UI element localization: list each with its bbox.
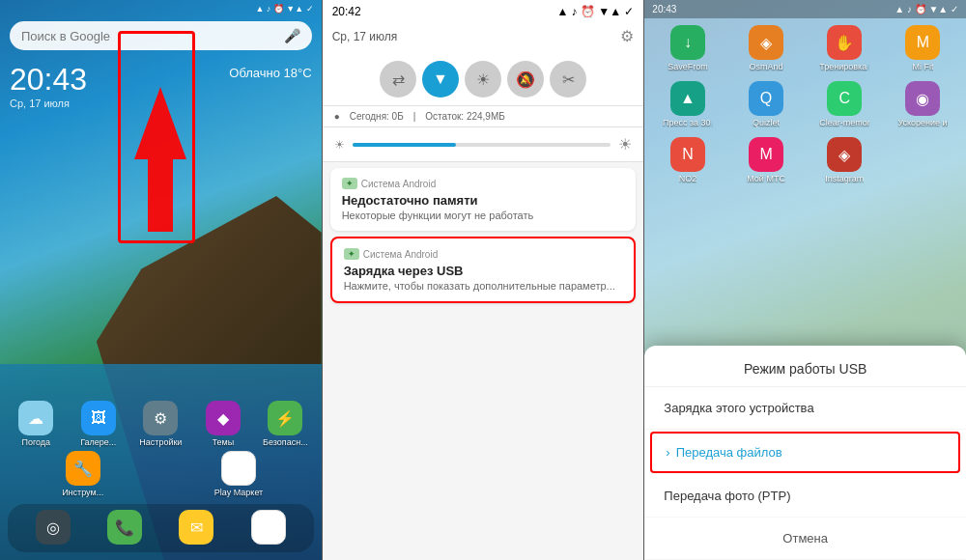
app-item[interactable]: ◉ Ускорение игр — [884, 78, 962, 130]
app-label: Безопасн... — [263, 437, 308, 447]
swipe-arrow — [127, 82, 194, 237]
app-label: Темы — [213, 437, 235, 447]
app-label: Mi Fit — [912, 62, 933, 71]
app-item[interactable]: ▶ Play Маркет — [212, 451, 265, 497]
data-remaining: Остаток: 224,9МБ — [425, 111, 504, 122]
weather-widget: Облачно 18°C — [229, 66, 311, 80]
status-bar: ▲ ♪ ⏰ ▼▲ ✓ — [0, 0, 322, 17]
app-item[interactable]: ↓ SaveFrom — [648, 22, 726, 74]
train-icon: ✋ — [827, 25, 862, 60]
android-badge2: ✦ — [344, 248, 359, 260]
qs-flash-btn[interactable]: ☀ — [465, 61, 501, 98]
notification-shade: 20:42 ▲ ♪ ⏰ ▼▲ ✓ Ср, 17 июля ⚙ ⇄ ▼ ☀ 🔕 ✂… — [323, 0, 645, 560]
playstore-icon: ▶ — [221, 451, 256, 486]
osmand-icon: ◈ — [749, 25, 783, 60]
brightness-slider[interactable] — [353, 143, 611, 147]
app-grid3: ↓ SaveFrom ◈ OsmAnd ✋ Тренировка Руки M … — [644, 18, 966, 190]
app-label: Quizlet — [753, 118, 780, 127]
app-label: SaveFrom — [668, 62, 708, 71]
dock-messages[interactable]: ✉ — [170, 510, 223, 546]
app-item[interactable]: C Clear-memory — [806, 78, 884, 130]
status-icons3: ▲ ♪ ⏰ ▼▲ ✓ — [895, 4, 958, 14]
notif-app-label: ✦ Система Android — [342, 178, 625, 189]
settings-gear[interactable]: ⚙ — [620, 27, 634, 45]
notif-date: Ср, 17 июля — [332, 30, 398, 43]
dialog-item-filetransfer[interactable]: › Передача файлов — [650, 432, 960, 473]
notif-title: Недостаточно памяти — [342, 193, 625, 208]
app-item[interactable]: M Mi Fit — [884, 22, 962, 74]
search-bar[interactable]: 🎤 — [10, 21, 312, 50]
qs-data-btn[interactable]: ▼ — [422, 61, 459, 98]
dialog-item-charge[interactable]: Зарядка этого устройства — [644, 387, 966, 430]
status-icons2: ▲ ♪ ⏰ ▼▲ ✓ — [556, 5, 634, 18]
brightness-high-icon: ☀ — [618, 135, 632, 154]
app-item[interactable]: ☁ Погода — [10, 401, 63, 447]
app-item[interactable]: 🔧 Инструм... — [56, 451, 109, 497]
messages-icon: ✉ — [179, 510, 213, 545]
dialog-item-label: Передача файлов — [676, 445, 782, 460]
app-item[interactable]: N NO2 — [648, 134, 726, 186]
status-bar3: 20:43 ▲ ♪ ⏰ ▼▲ ✓ — [644, 0, 966, 18]
mifit-icon: M — [905, 25, 940, 60]
app-item[interactable]: 🖼 Галере... — [71, 401, 125, 447]
themes-icon: ◆ — [206, 401, 241, 435]
qs-silent-btn[interactable]: 🔕 — [507, 61, 544, 98]
notification-usb[interactable]: ✦ Система Android Зарядка через USB Нажм… — [330, 237, 637, 303]
dock: ◎ 📞 ✉ ⬤ — [8, 504, 314, 552]
app-item[interactable]: Q Quizlet — [727, 78, 806, 130]
app-item[interactable]: ◈ OsmAnd — [727, 22, 806, 74]
dock-camera[interactable]: ◎ — [27, 510, 80, 546]
time3: 20:43 — [652, 4, 676, 14]
status-icons: ▲ ♪ ⏰ ▼▲ ✓ — [255, 4, 313, 14]
qs-scissors-btn[interactable]: ✂ — [550, 61, 586, 98]
dialog-cancel-button[interactable]: Отмена — [644, 518, 966, 560]
app-label: Галере... — [80, 437, 116, 447]
usb-dialog-screen: 20:43 ▲ ♪ ⏰ ▼▲ ✓ ↓ SaveFrom ◈ OsmAnd ✋ Т… — [644, 0, 966, 560]
status-bar2: 20:42 ▲ ♪ ⏰ ▼▲ ✓ — [323, 0, 644, 23]
brightness-row: ☀ ☀ — [323, 127, 644, 162]
app-item[interactable]: ⚙ Настройки — [134, 401, 187, 447]
search-input[interactable] — [21, 29, 284, 43]
app-item[interactable]: M Мой МТС — [727, 134, 806, 186]
press-icon: ▲ — [670, 81, 705, 116]
android-badge: ✦ — [342, 178, 357, 189]
quizlet-icon: Q — [749, 81, 783, 116]
app-label: Инструм... — [62, 488, 103, 497]
data-separator: | — [413, 111, 416, 122]
instagram-icon: ◈ — [827, 137, 862, 172]
notification-header: Ср, 17 июля ⚙ — [323, 23, 644, 53]
notif-body: Некоторые функции могут не работать — [342, 210, 625, 221]
svg-marker-0 — [134, 87, 186, 232]
mic-icon[interactable]: 🎤 — [284, 28, 300, 43]
app-item[interactable]: ◆ Темы — [196, 401, 249, 447]
app-label: Пресс за 30 дней — [663, 118, 713, 127]
dock-phone[interactable]: 📞 — [99, 510, 152, 546]
qs-swap-btn[interactable]: ⇄ — [380, 61, 416, 98]
dialog-title: Режим работы USB — [644, 346, 966, 387]
app-label: Play Маркет — [214, 488, 263, 497]
app-item[interactable]: ▲ Пресс за 30 дней — [648, 78, 726, 130]
accel-icon: ◉ — [905, 81, 940, 116]
dialog-item-ptp[interactable]: Передача фото (PTP) — [644, 475, 966, 518]
app-item[interactable]: ◈ Instagram — [806, 134, 884, 186]
dot-icon: ● — [334, 111, 340, 122]
app-label: NO2 — [679, 174, 697, 183]
weather-icon: ☁ — [18, 401, 53, 435]
notif-body2: Нажмите, чтобы показать дополнительные п… — [344, 280, 623, 292]
clearmem-icon: C — [827, 81, 862, 116]
camera-icon: ◎ — [36, 510, 71, 545]
no2-icon: N — [670, 137, 705, 172]
data-today: Сегодня: 0Б — [350, 111, 404, 122]
gallery-icon: 🖼 — [81, 401, 116, 435]
app-item[interactable]: ⚡ Безопасн... — [259, 401, 312, 447]
home-screen: ▲ ♪ ⏰ ▼▲ ✓ 🎤 20:43 Ср, 17 июля Облачно 1… — [0, 0, 323, 560]
chrome-icon: ⬤ — [251, 510, 286, 545]
quick-settings: ⇄ ▼ ☀ 🔕 ✂ — [323, 53, 644, 106]
notif-title2: Зарядка через USB — [344, 264, 623, 278]
dock-chrome[interactable]: ⬤ — [242, 510, 295, 546]
app-item[interactable]: ✋ Тренировка Руки — [806, 22, 884, 74]
app-label: Instagram — [825, 174, 864, 183]
weather-info: Облачно 18°C — [229, 66, 311, 80]
notification-memory[interactable]: ✦ Система Android Недостаточно памяти Не… — [330, 168, 637, 231]
settings-icon: ⚙ — [143, 401, 178, 435]
